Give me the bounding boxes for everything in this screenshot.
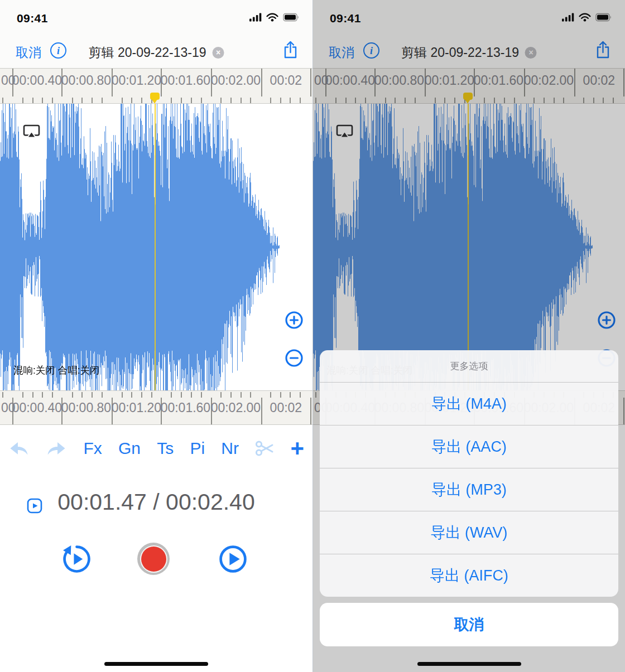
- export-mp3-button[interactable]: 导出 (MP3): [320, 468, 618, 511]
- ruler-label: 00:00.40: [12, 400, 62, 415]
- waveform-area: 混响:关闭 合唱:关闭: [0, 104, 312, 390]
- play-preview-icon[interactable]: [27, 498, 42, 516]
- export-m4a-button[interactable]: 导出 (M4A): [320, 383, 618, 426]
- ruler-label: 00:02: [270, 73, 302, 88]
- ruler-tick: [81, 98, 83, 103]
- play-button[interactable]: [218, 544, 248, 577]
- zoom-in-button[interactable]: [285, 311, 304, 330]
- ruler-tick: [191, 392, 192, 398]
- effect-pitch-button[interactable]: Pi: [190, 439, 205, 458]
- ruler-tick: [22, 392, 23, 398]
- ruler-tick: [220, 98, 222, 103]
- timeline-ruler-bottom[interactable]: 0000:00.4000:00.8000:01.2000:01.6000:02.…: [0, 390, 312, 425]
- sheet-cancel-button[interactable]: 取消: [320, 603, 618, 646]
- ruler-tick: [250, 98, 251, 103]
- share-icon[interactable]: [283, 41, 298, 61]
- ruler-divider: [310, 69, 311, 96]
- export-aifc-button[interactable]: 导出 (AIFC): [320, 554, 618, 597]
- scissors-icon[interactable]: [255, 440, 274, 457]
- editor-screen: 09:41 取消 i 剪辑 20-09-22-13-19 × 0000:00.4…: [0, 0, 312, 672]
- ruler-tick: [270, 98, 271, 103]
- ruler-tick: [131, 98, 132, 103]
- status-bar: 09:41: [0, 0, 312, 39]
- clear-title-icon[interactable]: ×: [212, 47, 224, 59]
- wifi-icon: [266, 13, 278, 22]
- battery-icon: [283, 13, 300, 22]
- airplay-icon[interactable]: [23, 124, 40, 142]
- ruler-tick: [52, 98, 53, 103]
- sheet-title: 更多选项: [320, 350, 618, 383]
- undo-icon[interactable]: [8, 441, 30, 457]
- clip-title[interactable]: 剪辑 20-09-22-13-19: [89, 44, 206, 61]
- ruler-tick: [230, 392, 232, 398]
- status-icons: [249, 13, 300, 22]
- playhead-pin[interactable]: [150, 93, 160, 100]
- ruler-tick: [141, 392, 142, 398]
- ruler-label: 00:00.80: [61, 73, 112, 88]
- ruler-tick: [122, 392, 123, 398]
- ruler-tick: [201, 392, 202, 398]
- cancel-button[interactable]: 取消: [16, 44, 41, 61]
- more-options-sheet: 更多选项 导出 (M4A) 导出 (AAC) 导出 (MP3) 导出 (WAV)…: [320, 350, 618, 597]
- ruler-tick: [52, 392, 53, 398]
- ruler-tick: [270, 392, 271, 398]
- ruler-tick: [22, 98, 23, 103]
- home-indicator[interactable]: [104, 662, 208, 666]
- ruler-tick: [300, 98, 301, 103]
- ruler-divider: [310, 398, 311, 425]
- ruler-tick: [191, 98, 192, 103]
- ruler-tick: [102, 392, 103, 398]
- ruler-tick: [131, 392, 132, 398]
- playhead-line[interactable]: [155, 104, 156, 390]
- export-wav-button[interactable]: 导出 (WAV): [320, 511, 618, 554]
- ruler-tick: [280, 392, 281, 398]
- zoom-out-button[interactable]: [285, 349, 304, 368]
- ruler-tick: [181, 98, 182, 103]
- ruler-label: 00:01.60: [161, 73, 211, 88]
- ruler-divider: [261, 398, 262, 425]
- ruler-tick: [250, 392, 251, 398]
- replay-button[interactable]: [61, 544, 92, 577]
- ruler-tick: [32, 392, 33, 398]
- effect-fx-button[interactable]: Fx: [83, 439, 102, 458]
- ruler-tick: [181, 392, 182, 398]
- ruler-tick: [171, 392, 172, 398]
- record-button-ring: [140, 545, 167, 573]
- ruler-tick: [72, 98, 73, 103]
- ruler-label: 00:00.40: [12, 73, 62, 88]
- effect-noise-reduction-button[interactable]: Nr: [221, 439, 239, 458]
- ruler-tick: [230, 98, 232, 103]
- ruler-tick: [102, 98, 103, 103]
- ruler-label: 00:02: [270, 400, 302, 415]
- effects-status-text: 混响:关闭 合唱:关闭: [13, 364, 100, 377]
- info-icon[interactable]: i: [50, 42, 66, 59]
- ruler-tick: [42, 98, 43, 103]
- side-by-side-screenshots: 09:41 取消 i 剪辑 20-09-22-13-19 × 0000:00.4…: [0, 0, 625, 672]
- ruler-tick: [92, 392, 93, 398]
- title-wrap: 剪辑 20-09-22-13-19 ×: [89, 44, 224, 61]
- record-button[interactable]: [137, 543, 170, 575]
- cellular-signal-icon: [249, 13, 262, 22]
- ruler-tick: [171, 98, 172, 103]
- waveform-canvas[interactable]: [0, 104, 312, 390]
- playhead-pin-tip: [152, 99, 157, 104]
- ruler-tick: [72, 392, 73, 398]
- ruler-label: 00:02.00: [211, 400, 261, 415]
- time-row: 00:01.47 / 00:02.40: [0, 489, 312, 526]
- ruler-tick: [81, 392, 83, 398]
- effect-timestretch-button[interactable]: Ts: [157, 439, 174, 458]
- ruler-tick: [122, 98, 123, 103]
- ruler-label: 00:01.20: [112, 400, 162, 415]
- ruler-tick: [42, 392, 43, 398]
- effect-gain-button[interactable]: Gn: [118, 439, 141, 458]
- redo-icon[interactable]: [46, 441, 67, 457]
- add-track-button[interactable]: +: [290, 437, 304, 460]
- timeline-ruler-top[interactable]: 0000:00.4000:00.8000:01.2000:01.6000:02.…: [0, 68, 312, 104]
- ruler-tick: [2, 98, 3, 103]
- record-button-dot: [141, 547, 166, 572]
- editor-screen-with-sheet: 09:41 取消 i 剪辑 20-09-22-13-19 × 0000:00.4…: [312, 0, 625, 672]
- ruler-label: 00:02.00: [211, 73, 261, 88]
- ruler-divider: [261, 69, 262, 96]
- ruler-tick: [300, 392, 301, 398]
- export-aac-button[interactable]: 导出 (AAC): [320, 426, 618, 468]
